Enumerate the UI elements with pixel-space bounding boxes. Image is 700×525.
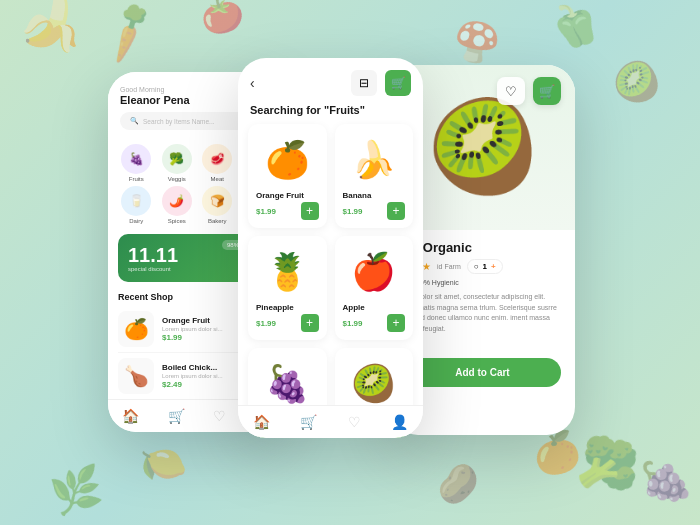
pineapple-name: Pineapple [256,303,319,312]
banana-bottom: $1.99 + [343,202,406,220]
product-banana[interactable]: 🍌 Banana $1.99 + [335,124,414,228]
category-veggis[interactable]: 🥦 Veggis [159,144,196,182]
heart-icon: ♡ [505,84,517,99]
search-icon: 🔍 [130,117,139,125]
category-fruits[interactable]: 🍇 Fruits [118,144,155,182]
pineapple-bottom: $1.99 + [256,314,319,332]
grape-img: 🍇 [256,356,319,411]
filter-icon: ⊟ [359,76,369,90]
p2-nav-home[interactable]: 🏠 [253,414,270,430]
product-pineapple[interactable]: 🍍 Pineapple $1.99 + [248,236,327,340]
pineapple-img: 🍍 [256,244,319,299]
veggis-label: Veggis [168,176,186,182]
p2-products-grid: 🍊 Orange Fruit $1.99 + 🍌 Banana $1.99 + … [238,124,423,438]
nav-cart-icon[interactable]: 🛒 [168,408,185,424]
add-to-cart-button[interactable]: Add to Cart [404,358,561,387]
p3-wishlist-button[interactable]: ♡ [497,77,525,105]
filter-button[interactable]: ⊟ [351,70,377,96]
phone-search: ‹ ⊟ 🛒 Searching for "Fruits" 🍊 Orange Fr… [238,58,423,438]
p3-description: lum dolor sit amet, consectetur adipisci… [404,292,561,334]
p3-product-title: na Organic [404,240,561,255]
apple-img: 🍎 [343,244,406,299]
qty-value: 1 [483,262,487,271]
cart-button[interactable]: 🛒 [385,70,411,96]
minus-icon: ○ [474,262,479,271]
p3-rating-row: ★★★ id Farm ○ 1 + [404,259,561,274]
kiwi-img: 🥝 [343,356,406,411]
p1-search-placeholder: Search by Items Name... [143,118,215,125]
promo-label: special discount [128,266,178,272]
banana-img: 🍌 [343,132,406,187]
p3-header-icons: ♡ 🛒 [497,77,561,105]
spices-icon: 🌶️ [162,186,192,216]
p2-nav-cart[interactable]: 🛒 [300,414,317,430]
orange-fruit-price: $1.99 [256,207,276,216]
meat-icon: 🥩 [202,144,232,174]
add-apple-button[interactable]: + [387,314,405,332]
p2-search-title: Searching for "Fruits" [238,102,423,124]
product-apple[interactable]: 🍎 Apple $1.99 + [335,236,414,340]
add-banana-button[interactable]: + [387,202,405,220]
apple-price: $1.99 [343,319,363,328]
phones-container: Good Morning Eleanor Pena 🔍 Search by It… [0,0,700,525]
spices-label: Spices [168,218,186,224]
category-spices[interactable]: 🌶️ Spices [159,186,196,224]
p2-nav-wishlist[interactable]: ♡ [348,414,361,430]
fruits-label: Fruits [129,176,144,182]
add-orange-button[interactable]: + [301,202,319,220]
back-button[interactable]: ‹ [250,75,255,91]
p3-tags: ✓ 100% Hygienic [404,278,561,286]
apple-name: Apple [343,303,406,312]
p2-bottom-nav: 🏠 🛒 ♡ 👤 [238,405,423,438]
veggis-icon: 🥦 [162,144,192,174]
orange-thumb: 🍊 [118,311,154,347]
product-orange[interactable]: 🍊 Orange Fruit $1.99 + [248,124,327,228]
pineapple-price: $1.99 [256,319,276,328]
p2-header-icons: ⊟ 🛒 [351,70,411,96]
orange-fruit-name: Orange Fruit [256,191,319,200]
orange-fruit-bottom: $1.99 + [256,202,319,220]
nav-home-icon[interactable]: 🏠 [122,408,139,424]
p3-cart-button[interactable]: 🛒 [533,77,561,105]
promo-number: 11.11 [128,245,178,265]
category-meat[interactable]: 🥩 Meat [199,144,236,182]
banana-name: Banana [343,191,406,200]
fruits-icon: 🍇 [121,144,151,174]
category-dairy[interactable]: 🥛 Dairy [118,186,155,224]
plus-icon: + [491,262,496,271]
meat-label: Meat [211,176,224,182]
nav-wishlist-icon[interactable]: ♡ [213,408,226,424]
category-bakery[interactable]: 🍞 Bakery [199,186,236,224]
farm-label: id Farm [437,263,461,270]
p2-nav-profile[interactable]: 👤 [391,414,408,430]
bakery-label: Bakery [208,218,227,224]
dairy-icon: 🥛 [121,186,151,216]
p2-header: ‹ ⊟ 🛒 [238,58,423,102]
quantity-display: ○ 1 + [467,259,503,274]
banana-price: $1.99 [343,207,363,216]
apple-bottom: $1.99 + [343,314,406,332]
dairy-label: Dairy [129,218,143,224]
bakery-icon: 🍞 [202,186,232,216]
p3-cart-icon: 🛒 [539,84,555,99]
add-pineapple-button[interactable]: + [301,314,319,332]
orange-fruit-img: 🍊 [256,132,319,187]
chicken-thumb: 🍗 [118,358,154,394]
cart-icon: 🛒 [391,76,406,90]
